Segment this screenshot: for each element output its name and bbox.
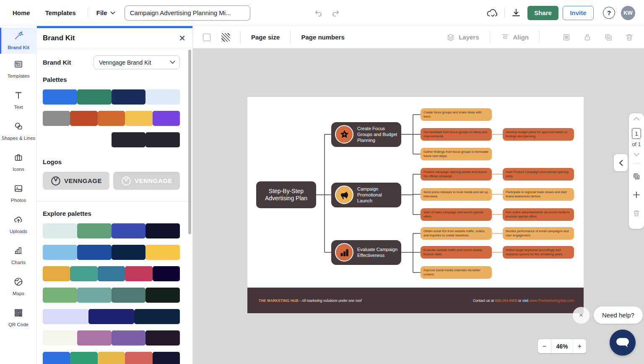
palette-swatch[interactable] [43,288,77,303]
palette-swatch[interactable] [70,352,97,364]
palette-swatch[interactable] [112,89,146,105]
close-icon[interactable]: ✕ [179,34,186,42]
align-button[interactable]: Align [501,33,529,42]
undo-icon[interactable] [314,9,322,17]
palette-swatch[interactable] [88,309,134,324]
lock-icon[interactable] [583,33,592,42]
mindmap-leaf-node[interactable]: Obtain email IDs from website traffic, o… [421,227,492,240]
palette-swatch[interactable] [77,89,112,105]
sidebar-item-templates[interactable]: Templates [0,54,37,85]
background-color-swatch[interactable] [203,34,210,41]
palette-swatch[interactable] [125,111,152,126]
palette-swatch[interactable] [125,266,152,281]
collapse-panel-button[interactable] [614,154,628,171]
explore-palette-row[interactable] [43,223,180,238]
mindmap-leaf-node[interactable]: Develop budget plans for approval based … [503,128,574,141]
sidebar-item-uploads[interactable]: Uploads [0,209,37,240]
explore-palette-row[interactable] [43,309,180,324]
current-page-box[interactable]: 1 [632,128,641,139]
palette-swatch[interactable] [77,245,112,260]
palette-swatch[interactable] [145,132,180,147]
add-page-icon[interactable] [633,191,640,199]
palette-swatch[interactable] [70,266,97,281]
mindmap-branch-node[interactable]: Create Focus Groups and Budget Planning [331,122,401,147]
palette-swatch[interactable] [145,223,180,238]
mindmap-leaf-node[interactable]: Monitor performance of email campaigns a… [503,227,574,240]
palette-swatch[interactable] [112,288,146,303]
document-title-input[interactable] [125,5,250,21]
palette-swatch[interactable] [77,223,112,238]
palette-swatch[interactable] [112,223,146,238]
page-size-button[interactable]: Page size [251,34,280,41]
palette-swatch[interactable] [43,266,70,281]
avatar[interactable]: KW [621,6,635,20]
sidebar-item-qr-code[interactable]: QR Code [0,302,37,333]
palette-swatch[interactable] [43,223,77,238]
palette-swatch[interactable] [145,245,180,260]
zoom-in-button[interactable]: + [573,339,586,353]
home-link[interactable]: Home [13,9,30,16]
mindmap-leaf-node[interactable]: Finalize campaign opening details and la… [421,168,492,181]
mindmap-leaf-node[interactable]: Host Product Campaign promotional openin… [503,168,574,181]
explore-palette-row[interactable] [43,352,180,364]
delete-page-icon[interactable] [632,209,641,217]
dismiss-help-button[interactable]: × [573,307,589,324]
mindmap-leaf-node[interactable]: Run online advertisements via social med… [503,208,574,221]
duplicate-page-icon[interactable] [632,172,641,181]
cloud-save-icon[interactable] [486,8,498,18]
logo-chip-dark[interactable]: VENNGAGE [43,172,109,190]
panel-scrollbar[interactable] [188,50,191,234]
explore-palette-row[interactable] [43,288,180,303]
mindmap-center-node[interactable]: Step-By-Step Advertising Plan [256,181,316,208]
palette-swatch[interactable] [43,89,77,105]
palette-swatch[interactable] [112,132,146,147]
mindmap-leaf-node[interactable]: Create focus groups and share ideas with… [421,108,492,121]
mindmap-leaf-node[interactable]: Evaluate website traffic and record week… [421,246,492,259]
sidebar-item-maps[interactable]: Maps [0,271,37,302]
mindmap-leaf-node[interactable]: Get feedback from focus groups on ideas … [421,128,492,141]
zoom-level[interactable]: 46% [551,339,573,353]
brand-kit-select[interactable]: Venngage Brand Kit [93,55,180,69]
help-button[interactable]: ? [603,7,615,19]
brand-palette-row[interactable] [43,132,180,147]
mindmap-leaf-node[interactable]: Refine target keywords accordingly and r… [503,246,574,259]
palette-swatch[interactable] [145,89,180,105]
download-icon[interactable] [511,8,521,18]
palette-swatch[interactable] [153,111,180,126]
trash-icon[interactable] [625,33,634,42]
page-down-icon[interactable] [633,152,640,157]
palette-swatch[interactable] [77,330,112,346]
sidebar-item-icons[interactable]: Icons [0,147,37,178]
palette-swatch[interactable] [43,111,70,126]
palette-swatch[interactable] [98,352,125,364]
page-up-icon[interactable] [633,117,640,121]
palette-swatch[interactable] [77,132,112,147]
file-menu[interactable]: File [96,9,115,16]
need-help-button[interactable]: Need help? [594,306,643,324]
palette-swatch[interactable] [43,309,88,324]
mindmap-branch-node[interactable]: Evaluate Campaign Effectiveness [331,240,401,265]
palette-swatch[interactable] [43,245,77,260]
brand-palette-row[interactable] [43,89,180,105]
palette-swatch[interactable] [125,352,152,364]
palette-swatch[interactable] [153,352,180,364]
sidebar-item-photos[interactable]: Photos [0,178,37,209]
sidebar-item-brand-kit[interactable]: Brand Kit [0,28,37,54]
palette-swatch[interactable] [98,266,125,281]
palette-swatch[interactable] [43,352,70,364]
mindmap-leaf-node[interactable]: Send press releases to local media and s… [421,188,492,201]
group-select-icon[interactable] [562,33,571,42]
background-pattern-icon[interactable] [221,33,230,42]
sidebar-item-charts[interactable]: Charts [0,240,37,271]
mindmap-leaf-node[interactable]: Improve social media channels via better… [421,266,492,279]
palette-swatch[interactable] [70,111,97,126]
palette-swatch[interactable] [43,132,77,147]
logo-chip-light[interactable]: VENNGAGE [113,172,180,190]
sidebar-item-text[interactable]: Text [0,85,37,116]
palette-swatch[interactable] [134,309,180,324]
duplicate-icon[interactable] [604,33,613,42]
palette-swatch[interactable] [145,330,180,346]
chat-widget-button[interactable] [610,330,636,356]
palette-swatch[interactable] [112,245,146,260]
mindmap-leaf-node[interactable]: Start of sales campaign and launch speci… [421,208,492,221]
